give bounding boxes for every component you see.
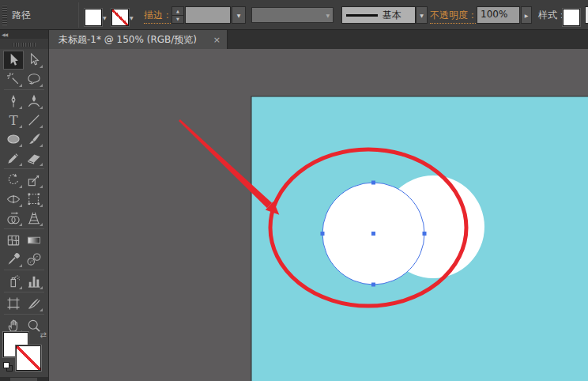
flyout-indicator-icon xyxy=(19,185,22,188)
flyout-indicator-icon xyxy=(19,84,22,87)
flyout-indicator-icon xyxy=(40,185,43,188)
document-tab[interactable]: 未标题-1* @ 150% (RGB/预览) × xyxy=(49,30,228,49)
flyout-indicator-icon xyxy=(40,125,43,128)
chevron-down-icon: ▼ xyxy=(326,13,333,18)
flyout-indicator-icon xyxy=(40,65,43,68)
color-mode-strip xyxy=(0,377,48,381)
tool-grid: T xyxy=(0,49,48,335)
style-dropdown-partial[interactable] xyxy=(585,6,588,24)
pen-tool[interactable] xyxy=(3,92,24,111)
tool-group-divider xyxy=(4,228,44,229)
direct-selection-tool[interactable] xyxy=(24,51,44,70)
blend-tool[interactable] xyxy=(24,250,44,269)
document-view xyxy=(49,49,588,381)
type-tool[interactable]: T xyxy=(3,111,24,130)
free-transform-tool[interactable] xyxy=(24,190,44,209)
tool-group-divider xyxy=(4,270,44,270)
artboard-tool[interactable] xyxy=(3,294,24,313)
ellipse-tool[interactable] xyxy=(3,130,24,149)
stepper-up-icon[interactable]: ▲ xyxy=(172,7,183,16)
fill-dropdown-icon[interactable]: ▼ xyxy=(103,15,111,21)
brush-definition-dropdown[interactable]: 基本 xyxy=(341,6,416,24)
anchor-point[interactable] xyxy=(371,181,375,185)
tool-group-divider xyxy=(4,314,44,315)
column-graph-tool[interactable] xyxy=(24,272,44,291)
stroke-weight-stepper[interactable]: ▲ ▼ xyxy=(172,6,184,24)
svg-text:T: T xyxy=(9,113,17,128)
selection-type-label: 路径 xyxy=(12,9,31,22)
perspective-grid-tool[interactable] xyxy=(24,209,44,228)
stroke-weight-dropdown[interactable]: ▼ xyxy=(232,6,246,24)
flyout-indicator-icon xyxy=(19,144,22,147)
symbol-sprayer-tool[interactable] xyxy=(3,272,24,291)
panel-grip[interactable] xyxy=(2,5,7,25)
pencil-tool[interactable] xyxy=(3,149,24,168)
slice-tool[interactable] xyxy=(24,294,44,313)
width-profile-dropdown[interactable]: ▼ xyxy=(251,7,334,23)
document-tab-title: 未标题-1* @ 150% (RGB/预览) xyxy=(58,33,197,47)
canvas[interactable] xyxy=(49,49,588,381)
eyedropper-tool[interactable] xyxy=(3,250,24,269)
brush-definition-value: 基本 xyxy=(383,9,401,22)
stroke-color-swatch[interactable] xyxy=(111,9,129,26)
tool-panel: T ⇄ xyxy=(0,49,49,381)
flyout-indicator-icon xyxy=(19,163,22,166)
stroke-weight-field[interactable] xyxy=(185,6,231,24)
stroke-proxy-swatch[interactable] xyxy=(16,345,41,371)
width-tool[interactable] xyxy=(3,190,24,209)
mesh-tool[interactable] xyxy=(3,231,24,250)
flyout-indicator-icon xyxy=(40,106,43,109)
tool-group-divider xyxy=(4,89,44,90)
style-swatch[interactable] xyxy=(563,9,580,26)
flyout-indicator-icon xyxy=(40,286,43,289)
tool-group-divider xyxy=(4,292,44,292)
opacity-panel-link[interactable]: 不透明度： xyxy=(430,9,477,24)
stroke-dropdown-icon[interactable]: ▼ xyxy=(130,15,138,21)
shape-builder-tool[interactable] xyxy=(3,209,24,228)
opacity-popup-button[interactable]: ▶ xyxy=(521,6,532,24)
anchor-point[interactable] xyxy=(371,283,375,287)
tab-bar: ◀◀ 未标题-1* @ 150% (RGB/预览) × xyxy=(0,30,588,49)
close-icon[interactable]: × xyxy=(213,35,220,45)
flyout-indicator-icon xyxy=(40,204,43,207)
selection-tool[interactable] xyxy=(3,51,24,70)
rotate-tool[interactable] xyxy=(3,171,24,190)
tool-group-divider xyxy=(4,168,44,169)
tool-panel-header: ◀◀ xyxy=(0,30,49,49)
flyout-indicator-icon xyxy=(19,125,22,128)
default-fill-stroke-icon[interactable] xyxy=(2,362,14,372)
center-anchor-point[interactable] xyxy=(371,232,375,236)
flyout-indicator-icon xyxy=(19,286,22,289)
eraser-tool[interactable] xyxy=(24,149,44,168)
flyout-indicator-icon xyxy=(40,223,43,226)
anchor-point[interactable] xyxy=(423,232,427,236)
magic-wand-tool[interactable] xyxy=(3,70,24,89)
fill-stroke-indicator: ⇄ xyxy=(2,330,47,376)
opacity-input[interactable]: 100% xyxy=(477,6,520,24)
flyout-indicator-icon xyxy=(19,106,22,109)
flyout-indicator-icon xyxy=(19,204,22,207)
flyout-indicator-icon xyxy=(19,223,22,226)
curvature-tool[interactable] xyxy=(24,92,44,111)
control-bar: 路径 ▼ ▼ 描边： ▲ ▼ ▼ ▼ 基本 ▼ 不透明度： 100% ▶ 样式： xyxy=(0,0,588,30)
paintbrush-tool[interactable] xyxy=(24,130,44,149)
divider xyxy=(78,2,79,28)
anchor-point[interactable] xyxy=(321,232,325,236)
stepper-down-icon[interactable]: ▼ xyxy=(172,16,183,24)
flyout-indicator-icon xyxy=(40,84,43,87)
fill-color-swatch[interactable] xyxy=(85,9,102,26)
stroke-panel-link[interactable]: 描边： xyxy=(144,9,172,24)
collapse-panel-icon[interactable]: ◀◀ xyxy=(0,30,48,39)
brush-definition-arrow[interactable]: ▼ xyxy=(416,6,428,24)
line-segment-tool[interactable] xyxy=(24,111,44,130)
lasso-tool[interactable] xyxy=(24,70,44,89)
gradient-tool[interactable] xyxy=(24,231,44,250)
flyout-indicator-icon xyxy=(40,144,43,147)
flyout-indicator-icon xyxy=(40,308,43,311)
swap-fill-stroke-icon[interactable]: ⇄ xyxy=(40,330,47,339)
flyout-indicator-icon xyxy=(19,264,22,267)
panel-drag-grip[interactable] xyxy=(13,43,36,47)
brush-stroke-preview xyxy=(346,14,378,17)
flyout-indicator-icon xyxy=(40,163,43,166)
scale-tool[interactable] xyxy=(24,171,44,190)
